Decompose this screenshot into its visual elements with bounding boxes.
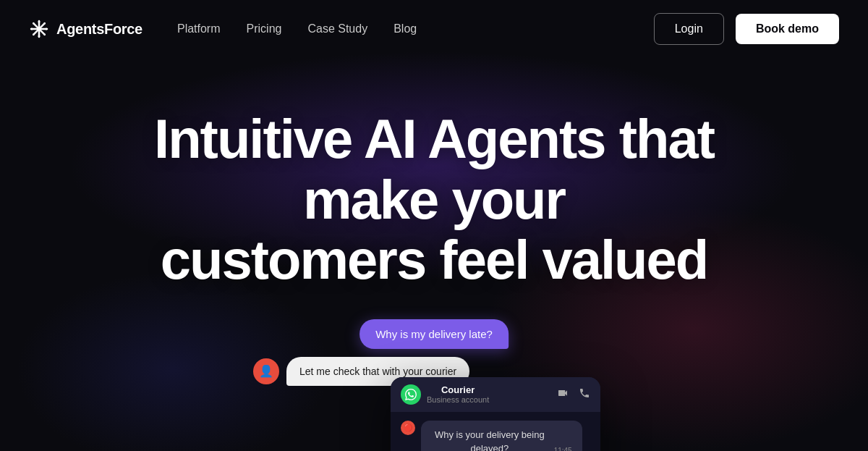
whatsapp-card: Courier Business account: [391, 377, 600, 451]
hero-title: Intuitive AI Agents that make your custo…: [109, 109, 760, 290]
nav-right: Login Book demo: [654, 13, 839, 45]
card-info: Courier Business account: [401, 384, 489, 405]
logo-link[interactable]: AgentsForce: [29, 19, 142, 39]
svg-point-9: [33, 22, 34, 24]
received-msg-row: 🔴 Why is your delivery being delayed? 11…: [401, 421, 590, 451]
phone-call-icon: [579, 387, 590, 401]
nav-left: AgentsForce Platform Pricing Case Study …: [29, 19, 417, 39]
nav-links: Platform Pricing Case Study Blog: [177, 22, 417, 35]
card-title: Courier: [427, 384, 489, 395]
card-contact-info: Courier Business account: [427, 384, 489, 404]
card-actions: [557, 387, 590, 401]
svg-point-10: [43, 33, 45, 35]
navbar: AgentsForce Platform Pricing Case Study …: [0, 0, 868, 58]
nav-link-blog[interactable]: Blog: [393, 22, 417, 35]
nav-link-platform[interactable]: Platform: [177, 22, 221, 35]
logo-text: AgentsForce: [56, 21, 142, 38]
received-bubble: Why is your delivery being delayed? 11:4…: [421, 421, 582, 451]
sender-avatar-sm: 🔴: [401, 421, 415, 435]
received-time: 11:45: [554, 445, 572, 451]
hero-title-line1: Intuitive AI Agents that make your: [154, 108, 714, 230]
hero-section: Intuitive AI Agents that make your custo…: [0, 58, 868, 451]
video-call-icon: [557, 387, 569, 401]
svg-point-4: [38, 28, 41, 31]
received-msg-text: Why is your delivery being delayed?: [431, 428, 548, 451]
chat-illustration: Why is my delivery late? 👤 Let me check …: [0, 319, 868, 451]
card-body: 🔴 Why is your delivery being delayed? 11…: [391, 412, 600, 451]
logo-icon: [29, 19, 49, 39]
nav-link-case-study[interactable]: Case Study: [307, 22, 367, 35]
svg-point-6: [38, 35, 41, 38]
book-demo-button[interactable]: Book demo: [736, 14, 839, 44]
card-header: Courier Business account: [391, 377, 600, 412]
nav-item-platform[interactable]: Platform: [177, 22, 221, 35]
agent-avatar: 👤: [253, 358, 279, 384]
login-button[interactable]: Login: [654, 13, 724, 45]
svg-point-5: [38, 21, 41, 23]
svg-point-11: [43, 22, 45, 24]
user-chat-bubble: Why is my delivery late?: [359, 319, 509, 349]
hero-title-line2: customers feel valued: [161, 229, 707, 290]
svg-point-12: [33, 33, 34, 35]
nav-item-pricing[interactable]: Pricing: [247, 22, 282, 35]
nav-link-pricing[interactable]: Pricing: [247, 22, 282, 35]
nav-item-case-study[interactable]: Case Study: [307, 22, 367, 35]
svg-point-8: [46, 28, 48, 30]
svg-point-7: [31, 28, 33, 30]
nav-item-blog[interactable]: Blog: [393, 22, 417, 35]
card-subtitle: Business account: [427, 395, 489, 404]
whatsapp-icon: [401, 384, 421, 405]
